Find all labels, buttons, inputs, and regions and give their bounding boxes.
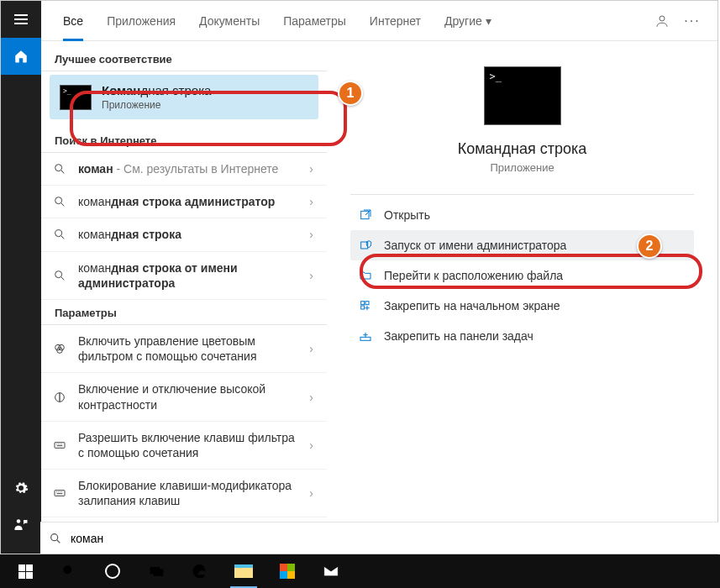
chevron-right-icon: › <box>309 162 313 176</box>
folder-icon <box>357 269 374 282</box>
tab-docs[interactable]: Документы <box>187 1 271 41</box>
tab-more[interactable]: Другие▾ <box>433 1 503 41</box>
chevron-right-icon: › <box>309 342 313 355</box>
tab-apps[interactable]: Приложения <box>95 1 187 41</box>
cmd-icon <box>60 85 92 110</box>
svg-rect-16 <box>361 306 365 309</box>
store-icon[interactable] <box>267 554 307 588</box>
settings-result[interactable]: Разрешить включение клавиш фильтра с пом… <box>41 422 327 470</box>
chevron-right-icon: › <box>309 391 313 404</box>
svg-point-4 <box>55 230 62 237</box>
action-pin-start[interactable]: Закрепить на начальном экране <box>350 291 694 321</box>
svg-rect-10 <box>55 443 65 449</box>
chevron-right-icon: › <box>309 195 313 208</box>
mail-icon[interactable] <box>311 554 351 588</box>
svg-point-18 <box>51 533 58 540</box>
settings-result[interactable]: Блокирование клавиши-модификатора залипа… <box>41 470 327 517</box>
pin-taskbar-icon <box>357 329 374 343</box>
search-icon <box>51 162 68 176</box>
task-view-icon[interactable] <box>136 554 176 588</box>
cortana-icon[interactable] <box>92 554 133 588</box>
svg-rect-21 <box>154 570 164 576</box>
web-result[interactable]: командная строка администратор › <box>41 186 327 218</box>
tab-all[interactable]: Все <box>51 1 95 41</box>
search-input[interactable] <box>71 532 710 545</box>
color-filter-icon <box>51 342 68 355</box>
svg-rect-14 <box>361 302 365 305</box>
home-icon[interactable] <box>1 38 41 75</box>
svg-point-19 <box>63 565 71 574</box>
svg-point-0 <box>17 519 21 523</box>
edge-icon[interactable] <box>180 554 220 588</box>
feedback-icon[interactable] <box>1 507 41 543</box>
search-input-bar[interactable] <box>40 522 718 554</box>
web-result[interactable]: коман - См. результаты в Интернете › <box>41 153 327 186</box>
svg-point-5 <box>55 270 62 277</box>
preview-title: Командная строка <box>350 140 694 158</box>
more-options-icon[interactable]: ··· <box>677 6 707 36</box>
results-list: Лучшее соответствие Командная строка При… <box>41 41 327 554</box>
keyboard-icon <box>51 438 68 452</box>
explorer-icon[interactable] <box>223 554 264 588</box>
action-pin-taskbar[interactable]: Закрепить на панели задач <box>350 321 694 351</box>
preview-subtitle: Приложение <box>350 161 694 174</box>
taskbar-search-icon[interactable] <box>49 554 89 588</box>
user-icon[interactable] <box>647 6 677 36</box>
chevron-right-icon: › <box>309 228 313 241</box>
tab-settings[interactable]: Параметры <box>271 1 358 41</box>
search-icon <box>51 228 68 241</box>
svg-rect-11 <box>55 491 65 496</box>
filter-tabs: Все Приложения Документы Параметры Интер… <box>41 1 717 41</box>
web-result[interactable]: командная строка › <box>41 218 327 251</box>
hamburger-icon[interactable] <box>1 1 41 38</box>
action-run-admin[interactable]: Запуск от имени администратора <box>350 230 694 260</box>
search-icon <box>51 269 68 282</box>
settings-result[interactable]: Включение и отключение высокой контрастн… <box>41 373 327 421</box>
divider <box>350 194 694 195</box>
gear-icon[interactable] <box>1 470 41 507</box>
start-button[interactable] <box>5 554 45 588</box>
chevron-right-icon: › <box>309 486 313 500</box>
section-best-match: Лучшее соответствие <box>41 46 327 71</box>
best-match-subtitle: Приложение <box>102 99 211 111</box>
open-icon <box>357 208 374 222</box>
best-match-title: Командная строка <box>102 83 211 97</box>
settings-result[interactable]: Включить управление цветовым фильтром с … <box>41 325 327 373</box>
chevron-right-icon: › <box>309 269 313 282</box>
svg-point-3 <box>55 197 62 204</box>
search-icon <box>51 195 68 208</box>
shield-icon <box>357 239 374 252</box>
left-rail <box>1 1 41 554</box>
section-web-search: Поиск в Интернете <box>41 128 327 153</box>
svg-point-2 <box>55 165 62 171</box>
section-settings: Параметры <box>41 300 327 325</box>
svg-rect-15 <box>365 302 369 305</box>
best-match-item[interactable]: Командная строка Приложение <box>50 75 318 119</box>
contrast-icon <box>51 391 68 404</box>
web-result[interactable]: командная строка от имени администратора… <box>41 252 327 300</box>
tab-web[interactable]: Интернет <box>358 1 433 41</box>
search-icon <box>49 532 62 545</box>
pin-start-icon <box>357 299 374 312</box>
keyboard-icon <box>51 486 68 500</box>
svg-rect-17 <box>360 337 371 340</box>
action-open[interactable]: Открыть <box>350 200 694 230</box>
svg-point-1 <box>660 16 665 21</box>
preview-cmd-icon <box>484 66 561 125</box>
chevron-right-icon: › <box>309 438 313 452</box>
preview-pane: Командная строка Приложение Открыть Запу… <box>327 41 717 554</box>
action-file-location[interactable]: Перейти к расположению файла <box>350 260 694 291</box>
taskbar <box>0 554 720 588</box>
